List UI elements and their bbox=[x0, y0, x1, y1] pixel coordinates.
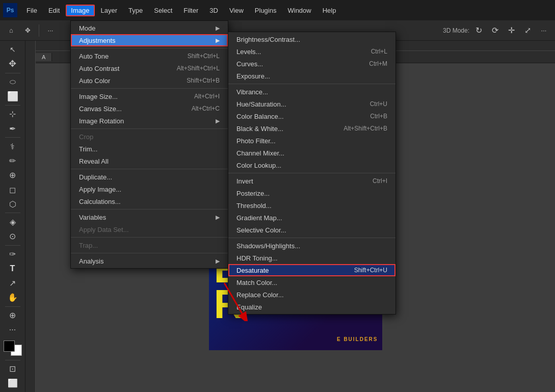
canvas-tab-item[interactable]: A bbox=[36, 53, 52, 61]
home-button[interactable]: ⌂ bbox=[4, 23, 18, 38]
adj-levels[interactable]: Levels... Ctrl+L bbox=[228, 45, 395, 58]
rotate-button[interactable]: ⟳ bbox=[488, 23, 502, 38]
fill-tool[interactable]: ⬡ bbox=[4, 197, 21, 211]
adj-match-color[interactable]: Match Color... bbox=[228, 276, 395, 289]
eyedropper-tool[interactable]: ✒ bbox=[4, 122, 21, 135]
menu-auto-tone[interactable]: Auto Tone Shift+Ctrl+L bbox=[71, 50, 228, 62]
adj-selective-color[interactable]: Selective Color... bbox=[228, 224, 395, 236]
menu-canvas-size[interactable]: Canvas Size... Alt+Ctrl+C bbox=[71, 102, 228, 115]
mode-arrow: ▶ bbox=[216, 25, 220, 32]
tool-sep-7 bbox=[5, 360, 20, 360]
healing-tool[interactable]: ⚕ bbox=[4, 140, 21, 153]
ps-logo[interactable]: Ps bbox=[3, 3, 17, 17]
menu-apply-image[interactable]: Apply Image... bbox=[71, 183, 228, 195]
eraser-tool[interactable]: ◻ bbox=[4, 183, 21, 196]
menu-trap: Trap... bbox=[71, 239, 228, 251]
adj-replace-color[interactable]: Replace Color... bbox=[228, 289, 395, 301]
menu-filter[interactable]: Filter bbox=[178, 5, 203, 16]
menu-trim[interactable]: Trim... bbox=[71, 143, 228, 155]
selection-tool[interactable]: ↖ bbox=[4, 43, 21, 56]
menu-auto-color[interactable]: Auto Color Shift+Ctrl+B bbox=[71, 74, 228, 87]
menubar: Ps File Edit Image Layer Type Select Fil… bbox=[0, 0, 555, 20]
brush-tool[interactable]: ✏ bbox=[4, 154, 21, 167]
menu-reveal-all[interactable]: Reveal All bbox=[71, 155, 228, 167]
tools-sidebar: ↖ ✥ ⬭ ⬜ ⊹ ✒ ⚕ ✏ ⊕ ◻ ⬡ ◈ ⊙ ✑ T ↗ ✋ ⊕ ··· … bbox=[0, 41, 25, 392]
menu-image-size[interactable]: Image Size... Alt+Ctrl+I bbox=[71, 90, 228, 102]
adj-black-white[interactable]: Black & White... Alt+Shift+Ctrl+B bbox=[228, 122, 395, 135]
adj-brightness-contrast[interactable]: Brightness/Contrast... bbox=[228, 33, 395, 45]
dodge-tool[interactable]: ⊙ bbox=[4, 230, 21, 243]
adj-posterize[interactable]: Posterize... bbox=[228, 187, 395, 199]
type-tool[interactable]: T bbox=[4, 262, 21, 275]
arrow-tool[interactable]: ↗ bbox=[4, 276, 21, 290]
quick-mask-button[interactable]: ⊡ bbox=[4, 362, 21, 375]
adj-photo-filter[interactable]: Photo Filter... bbox=[228, 135, 395, 147]
adj-color-lookup[interactable]: Color Lookup... bbox=[228, 159, 395, 171]
adj-shadows-highlights[interactable]: Shadows/Highlights... bbox=[228, 240, 395, 252]
adj-channel-mixer[interactable]: Channel Mixer... bbox=[228, 147, 395, 159]
adj-invert[interactable]: Invert Ctrl+I bbox=[228, 175, 395, 187]
tool-sep-6 bbox=[5, 306, 20, 307]
menu-image[interactable]: Image bbox=[66, 5, 94, 16]
zoom-tool[interactable]: ⊕ bbox=[4, 308, 21, 322]
adj-color-balance[interactable]: Color Balance... Ctrl+B bbox=[228, 110, 395, 122]
menu-window[interactable]: Window bbox=[282, 5, 316, 16]
menu-select[interactable]: Select bbox=[149, 5, 177, 16]
menu-type[interactable]: Type bbox=[123, 5, 148, 16]
menu-calculations[interactable]: Calculations... bbox=[71, 195, 228, 207]
color-swatches[interactable] bbox=[4, 341, 22, 356]
adj-curves[interactable]: Curves... Ctrl+M bbox=[228, 58, 395, 70]
menu-mode[interactable]: Mode ▶ bbox=[71, 22, 228, 34]
sep-5 bbox=[71, 209, 228, 210]
adj-equalize[interactable]: Equalize bbox=[228, 301, 395, 313]
move-tool-button[interactable]: ✥ bbox=[20, 23, 35, 38]
menu-image-rotation[interactable]: Image Rotation ▶ bbox=[71, 115, 228, 127]
extra-tools[interactable]: ··· bbox=[4, 323, 21, 336]
menu-crop: Crop bbox=[71, 130, 228, 143]
ruler-left bbox=[25, 41, 36, 392]
screen-mode-button[interactable]: ⬜ bbox=[4, 377, 21, 390]
menu-layer[interactable]: Layer bbox=[96, 5, 123, 16]
fg-color-swatch[interactable] bbox=[4, 341, 15, 352]
menu-edit[interactable]: Edit bbox=[43, 5, 65, 16]
orbit-button[interactable]: ↻ bbox=[471, 23, 486, 38]
slide-button[interactable]: ⤢ bbox=[520, 23, 535, 38]
hand-tool[interactable]: ✋ bbox=[4, 291, 21, 304]
menu-variables[interactable]: Variables ▶ bbox=[71, 211, 228, 223]
adj-hue-saturation[interactable]: Hue/Saturation... Ctrl+U bbox=[228, 98, 395, 110]
pen-tool[interactable]: ✑ bbox=[4, 248, 21, 261]
tool-sep-2 bbox=[5, 105, 20, 106]
more-button[interactable]: ··· bbox=[43, 23, 58, 38]
menu-view[interactable]: View bbox=[224, 5, 249, 16]
menu-help[interactable]: Help bbox=[318, 5, 341, 16]
menu-plugins[interactable]: Plugins bbox=[250, 5, 282, 16]
marquee-tool[interactable]: ⬜ bbox=[4, 90, 21, 103]
adj-gradient-map[interactable]: Gradient Map... bbox=[228, 212, 395, 224]
tool-sep-5 bbox=[5, 245, 20, 246]
adj-sep-1 bbox=[228, 84, 395, 84]
variables-arrow: ▶ bbox=[216, 214, 220, 221]
menu-adjustments[interactable]: Adjustments ▶ bbox=[71, 34, 228, 46]
more-options-button[interactable]: ··· bbox=[537, 23, 551, 38]
blur-tool[interactable]: ◈ bbox=[4, 215, 21, 228]
menu-analysis[interactable]: Analysis ▶ bbox=[71, 255, 228, 267]
lasso-tool[interactable]: ⬭ bbox=[4, 75, 21, 88]
menu-auto-contrast[interactable]: Auto Contrast Alt+Shift+Ctrl+L bbox=[71, 62, 228, 74]
toolbar-separator-1 bbox=[39, 24, 39, 37]
rotation-arrow: ▶ bbox=[216, 118, 220, 124]
sep-1 bbox=[71, 48, 228, 48]
menu-3d[interactable]: 3D bbox=[204, 5, 223, 16]
stamp-tool[interactable]: ⊕ bbox=[4, 169, 21, 182]
crop-tool[interactable]: ⊹ bbox=[4, 108, 21, 121]
adjustments-arrow: ▶ bbox=[216, 37, 220, 44]
adj-vibrance[interactable]: Vibrance... bbox=[228, 86, 395, 98]
menu-duplicate[interactable]: Duplicate... bbox=[71, 171, 228, 183]
adj-exposure[interactable]: Exposure... bbox=[228, 70, 395, 82]
adj-hdr-toning[interactable]: HDR Toning... bbox=[228, 252, 395, 264]
adj-threshold[interactable]: Threshold... bbox=[228, 199, 395, 212]
pan-button[interactable]: ✛ bbox=[504, 23, 518, 38]
image-menu-dropdown: Mode ▶ Adjustments ▶ Auto Tone Shift+Ctr… bbox=[70, 20, 228, 269]
move-tool[interactable]: ✥ bbox=[4, 57, 21, 70]
menu-file[interactable]: File bbox=[21, 5, 42, 16]
adj-desaturate[interactable]: Desaturate Shift+Ctrl+U bbox=[228, 264, 395, 276]
